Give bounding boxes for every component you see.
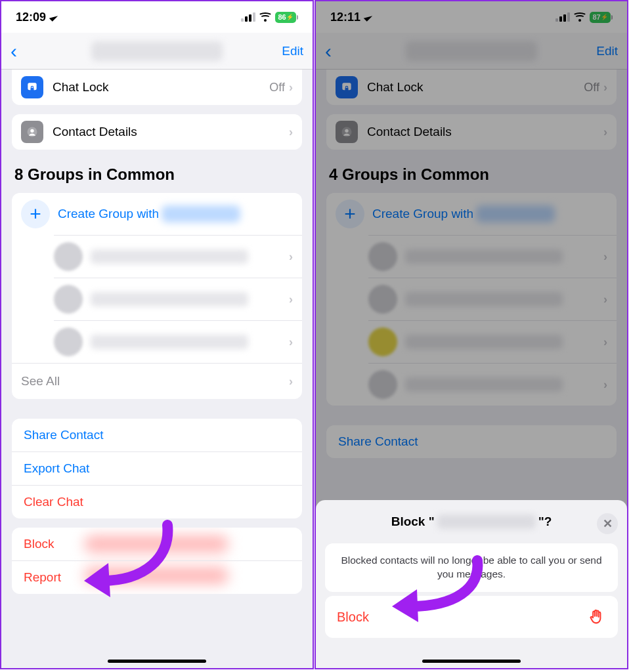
chevron-right-icon: ›	[289, 250, 293, 264]
create-group-label: Create Group with	[58, 207, 159, 221]
block-confirm-label: Block	[337, 610, 369, 625]
nav-title	[91, 41, 223, 61]
phone-right: 12:11 87⚡ ‹ Edit Chat Lock Off ›	[315, 0, 628, 669]
sheet-header: Block " "? ✕	[316, 507, 627, 539]
group-avatar	[54, 242, 83, 271]
redacted-group	[91, 292, 248, 306]
chat-lock-label: Chat Lock	[53, 80, 269, 94]
annotation-arrow	[379, 553, 497, 631]
battery-level: 86	[278, 13, 286, 21]
groups-heading: 8 Groups in Common	[1, 150, 313, 193]
contact-details-row[interactable]: Contact Details ›	[12, 114, 302, 150]
phone-left: 12:09 86⚡ ‹ Edit Chat Lock Off ›	[0, 0, 314, 669]
group-avatar	[54, 285, 83, 314]
wifi-icon	[259, 12, 271, 22]
redacted-group	[91, 335, 248, 349]
group-avatar	[54, 327, 83, 356]
settings-card: Chat Lock Off ›	[12, 70, 302, 105]
sheet-title-prefix: Block "	[391, 514, 435, 529]
actions-card: Share Contact Export Chat Clear Chat	[12, 419, 302, 518]
chevron-right-icon: ›	[289, 375, 293, 388]
group-row[interactable]: ›	[54, 278, 302, 320]
svg-rect-1	[31, 88, 34, 91]
contact-details-label: Contact Details	[53, 125, 289, 139]
chat-lock-row[interactable]: Chat Lock Off ›	[12, 70, 302, 105]
home-indicator	[422, 660, 521, 663]
chevron-right-icon: ›	[289, 81, 293, 94]
home-indicator	[108, 660, 206, 663]
chevron-right-icon: ›	[289, 293, 293, 306]
back-button[interactable]: ‹	[11, 41, 17, 61]
clear-chat-row[interactable]: Clear Chat	[12, 485, 302, 518]
status-bar: 12:09 86⚡	[1, 1, 313, 33]
group-row[interactable]: ›	[54, 235, 302, 278]
location-icon	[49, 12, 58, 21]
see-all-label: See All	[21, 374, 60, 388]
contact-icon	[21, 121, 43, 143]
redacted-group	[91, 249, 248, 264]
plus-icon: +	[21, 200, 50, 228]
export-chat-row[interactable]: Export Chat	[12, 452, 302, 485]
contact-details-card: Contact Details ›	[12, 114, 302, 150]
battery-icon: 86⚡	[275, 12, 298, 23]
redacted-name	[162, 205, 240, 222]
hand-stop-icon	[588, 608, 606, 626]
edit-button[interactable]: Edit	[282, 44, 303, 58]
sheet-title-suffix: "?	[538, 514, 552, 529]
svg-point-3	[30, 129, 33, 133]
chat-lock-value: Off	[269, 81, 285, 94]
cellular-icon	[241, 12, 255, 22]
see-all-row[interactable]: See All ›	[12, 363, 302, 399]
groups-card: + Create Group with › › › See All	[12, 193, 302, 399]
create-group-row[interactable]: + Create Group with	[12, 193, 302, 235]
group-row[interactable]: ›	[54, 320, 302, 363]
chat-lock-icon	[21, 76, 43, 98]
chevron-right-icon: ›	[289, 125, 293, 139]
close-button[interactable]: ✕	[597, 513, 618, 534]
status-time: 12:09	[16, 10, 46, 24]
chevron-right-icon: ›	[289, 335, 293, 349]
annotation-arrow	[72, 518, 190, 604]
redacted-name	[437, 514, 536, 529]
nav-bar: ‹ Edit	[1, 33, 313, 70]
share-contact-row[interactable]: Share Contact	[12, 419, 302, 452]
